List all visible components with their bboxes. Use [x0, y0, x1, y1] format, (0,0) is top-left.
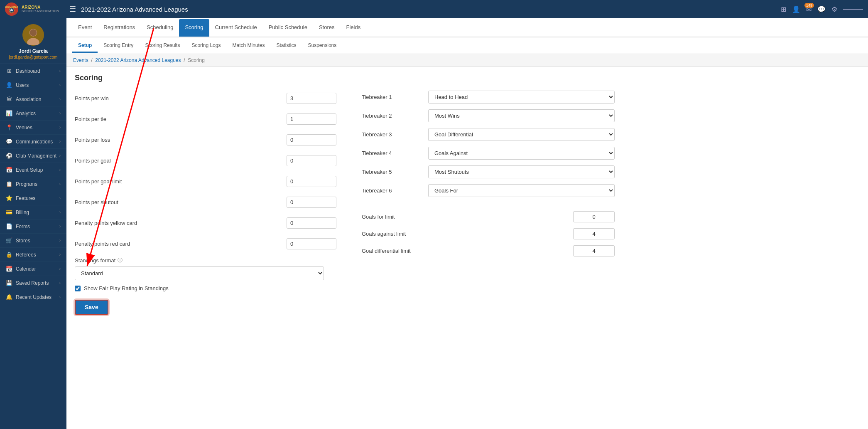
- fair-play-checkbox[interactable]: [75, 286, 81, 291]
- avatar: [22, 24, 44, 46]
- points-per-goal-limit-input[interactable]: [287, 176, 336, 187]
- header-title: 2021-2022 Arizona Advanced Leagues: [81, 6, 781, 13]
- sidebar-icon-saved-reports: 💾: [6, 280, 12, 286]
- sidebar-item-recent-updates[interactable]: 🔔 Recent Updates ›: [0, 290, 66, 304]
- points-per-goal-limit-label: Points per goal limit: [75, 178, 287, 185]
- sidebar-item-left-recent-updates: 🔔 Recent Updates: [6, 294, 51, 300]
- sidebar-item-saved-reports[interactable]: 💾 Saved Reports ›: [0, 276, 66, 290]
- sidebar-item-billing[interactable]: 💳 Billing ›: [0, 205, 66, 219]
- tiebreaker-6-select[interactable]: Head to Head Most Wins Goal Differential…: [428, 184, 615, 197]
- sidebar-item-programs[interactable]: 📋 Programs ›: [0, 177, 66, 191]
- tiebreaker-4-select[interactable]: Head to Head Most Wins Goal Differential…: [428, 147, 615, 160]
- points-per-loss-input[interactable]: [287, 134, 336, 145]
- sidebar-item-left-dashboard: ⊞ Dashboard: [6, 68, 40, 74]
- goals-against-limit-input[interactable]: [573, 228, 615, 239]
- sidebar-item-users[interactable]: 👤 Users ›: [0, 78, 66, 92]
- main-layout: Jordi Garcia jordi.garcia@gotsport.com ⊞…: [0, 18, 868, 429]
- nav-tab-fields[interactable]: Fields: [341, 19, 367, 37]
- sidebar-items-container: ⊞ Dashboard › 👤 Users › 🏛 Association › …: [0, 64, 66, 304]
- breadcrumb-event[interactable]: 2021-2022 Arizona Advanced Leagues: [95, 57, 181, 63]
- nav-tabs-2: SetupScoring EntryScoring ResultsScoring…: [66, 37, 868, 54]
- logo-text-line2: SOCCER ASSOCIATION: [22, 10, 59, 13]
- nav-tab-2-statistics[interactable]: Statistics: [271, 39, 302, 53]
- points-per-goal-input[interactable]: [287, 155, 336, 166]
- sidebar-item-left-event-setup: 📅 Event Setup: [6, 167, 43, 173]
- nav-tab-2-scoring-logs[interactable]: Scoring Logs: [186, 39, 226, 53]
- tiebreaker-1-select[interactable]: Head to Head Most Wins Goal Differential…: [428, 91, 615, 104]
- sidebar-icon-dashboard: ⊞: [6, 68, 12, 74]
- sidebar-item-dashboard[interactable]: ⊞ Dashboard ›: [0, 64, 66, 78]
- penalty-yellow-input[interactable]: [287, 217, 336, 229]
- page-content: Scoring Points per win Points per tie Po…: [66, 67, 868, 429]
- tiebreaker-2-select[interactable]: Head to Head Most Wins Goal Differential…: [428, 109, 615, 122]
- nav-tab-scheduling[interactable]: Scheduling: [141, 19, 179, 37]
- nav-tab-public-schedule[interactable]: Public Schedule: [263, 19, 313, 37]
- nav-tab-2-setup[interactable]: Setup: [72, 39, 98, 53]
- settings-icon[interactable]: ⚙: [831, 5, 837, 13]
- points-per-win-input[interactable]: [287, 93, 336, 104]
- sidebar-label-stores: Stores: [16, 238, 30, 244]
- sidebar-item-calendar[interactable]: 📆 Calendar ›: [0, 262, 66, 276]
- points-per-tie-input[interactable]: [287, 113, 336, 125]
- sidebar-item-left-club-management: ⚽ Club Management: [6, 153, 56, 159]
- nav-tab-stores[interactable]: Stores: [313, 19, 341, 37]
- nav-tab-current-schedule[interactable]: Current Schedule: [209, 19, 263, 37]
- penalty-red-input[interactable]: [287, 238, 336, 249]
- header-icons: ⊞ 👤 ✉ 149 💬 ⚙ ———: [781, 5, 863, 13]
- standings-format-label: Standings format ⓘ: [75, 257, 336, 264]
- nav-tab-scoring[interactable]: Scoring: [179, 19, 209, 37]
- breadcrumb-events[interactable]: Events: [73, 57, 88, 63]
- sidebar-item-left-venues: 📍 Venues: [6, 124, 32, 131]
- standings-section: Standings format ⓘ Standard FIFA Custom: [75, 257, 336, 280]
- save-button[interactable]: Save: [75, 300, 108, 315]
- tiebreaker-5-select[interactable]: Head to Head Most Wins Goal Differential…: [428, 165, 615, 178]
- sidebar-icon-association: 🏛: [6, 96, 12, 102]
- content-area: EventRegistrationsSchedulingScoringCurre…: [66, 18, 868, 429]
- sidebar-icon-event-setup: 📅: [6, 167, 12, 173]
- sidebar-label-programs: Programs: [16, 181, 37, 187]
- sidebar-label-billing: Billing: [16, 210, 29, 215]
- sidebar-item-referees[interactable]: 🔒 Referees ›: [0, 248, 66, 262]
- goal-differential-limit-input[interactable]: [573, 245, 615, 256]
- user-icon[interactable]: 👤: [792, 5, 800, 13]
- info-icon[interactable]: ⓘ: [118, 257, 123, 264]
- goals-for-limit-input[interactable]: [573, 211, 615, 222]
- user-menu-icon[interactable]: ———: [843, 5, 863, 13]
- chat-icon[interactable]: 💬: [817, 5, 826, 13]
- tiebreaker-3-select[interactable]: Head to Head Most Wins Goal Differential…: [428, 128, 615, 141]
- goal-differential-limit-row: Goal differential limit: [362, 245, 615, 256]
- sidebar-item-stores[interactable]: 🛒 Stores ›: [0, 234, 66, 248]
- points-per-shutout-input[interactable]: [287, 197, 336, 208]
- hamburger-button[interactable]: ☰: [69, 5, 76, 14]
- sidebar-icon-stores: 🛒: [6, 237, 12, 244]
- sidebar-item-event-setup[interactable]: 📅 Event Setup ›: [0, 163, 66, 177]
- sidebar-item-venues[interactable]: 📍 Venues ›: [0, 121, 66, 135]
- mail-icon[interactable]: ✉ 149: [806, 5, 812, 13]
- sidebar: Jordi Garcia jordi.garcia@gotsport.com ⊞…: [0, 18, 66, 429]
- sidebar-item-club-management[interactable]: ⚽ Club Management ›: [0, 149, 66, 163]
- sidebar-item-features[interactable]: ⭐ Features ›: [0, 191, 66, 205]
- sidebar-label-event-setup: Event Setup: [16, 167, 43, 173]
- points-per-goal-row: Points per goal: [75, 153, 336, 168]
- nav-tab-2-scoring-results[interactable]: Scoring Results: [139, 39, 186, 53]
- points-per-loss-label: Points per loss: [75, 137, 287, 143]
- tiebreaker-4-row: Tiebreaker 4 Head to Head Most Wins Goal…: [362, 147, 615, 160]
- nav-tab-2-scoring-entry[interactable]: Scoring Entry: [98, 39, 139, 53]
- sidebar-chevron-programs: ›: [59, 182, 61, 186]
- nav-tab-2-match-minutes[interactable]: Match Minutes: [226, 39, 270, 53]
- penalty-yellow-row: Penalty points yellow card: [75, 215, 336, 230]
- sidebar-item-left-saved-reports: 💾 Saved Reports: [6, 280, 49, 286]
- sidebar-label-users: Users: [16, 82, 29, 88]
- grid-icon[interactable]: ⊞: [781, 5, 786, 13]
- page-title: Scoring: [75, 74, 860, 82]
- sidebar-item-communications[interactable]: 💬 Communications ›: [0, 135, 66, 149]
- sidebar-item-association[interactable]: 🏛 Association ›: [0, 92, 66, 106]
- sidebar-icon-referees: 🔒: [6, 251, 12, 258]
- sidebar-item-forms[interactable]: 📄 Forms ›: [0, 219, 66, 234]
- sidebar-item-analytics[interactable]: 📊 Analytics ›: [0, 106, 66, 121]
- nav-tab-registrations[interactable]: Registrations: [98, 19, 141, 37]
- nav-tab-2-suspensions[interactable]: Suspensions: [302, 39, 343, 53]
- nav-tab-event[interactable]: Event: [72, 19, 98, 37]
- fair-play-label[interactable]: Show Fair Play Rating in Standings: [84, 285, 169, 291]
- standings-format-select[interactable]: Standard FIFA Custom: [75, 266, 324, 280]
